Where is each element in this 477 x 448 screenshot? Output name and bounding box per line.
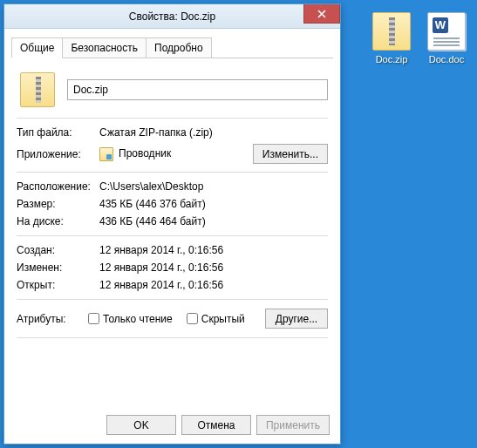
cancel-button[interactable]: Отмена [181,415,251,435]
attributes-label: Атрибуты: [17,313,83,325]
word-doc-icon [427,12,466,51]
modified-label: Изменен: [17,261,99,274]
divider [17,337,328,338]
divider [17,118,328,119]
desktop-icon-doc[interactable]: Doc.doc [421,12,472,64]
properties-dialog: Свойства: Doc.zip Общие Безопасность Под… [3,3,341,445]
tab-security[interactable]: Безопасность [62,37,147,58]
filename-input[interactable] [67,79,328,100]
desktop-icon-label: Doc.zip [366,54,417,64]
divider [17,172,328,173]
change-button[interactable]: Изменить... [253,144,328,164]
size-on-disk-value: 436 КБ (446 464 байт) [99,215,328,227]
file-type-label: Тип файла: [17,126,99,139]
other-attrs-button[interactable]: Другие... [265,309,328,329]
readonly-checkbox[interactable]: Только чтение [88,313,173,325]
tab-details[interactable]: Подробно [146,37,212,58]
file-type-value: Сжатая ZIP-папка (.zip) [99,126,328,139]
zip-folder-icon [372,12,411,51]
modified-value: 12 января 2014 г., 0:16:56 [99,261,328,274]
application-value: Проводник [99,147,253,161]
divider [17,235,328,236]
file-type-icon [20,72,55,107]
accessed-label: Открыт: [17,279,99,291]
hidden-input[interactable] [187,313,198,324]
tab-content: Тип файла: Сжатая ZIP-папка (.zip) Прило… [4,58,340,352]
created-label: Создан: [17,244,99,256]
size-on-disk-label: На диске: [17,215,99,227]
location-label: Расположение: [17,180,99,193]
apply-button[interactable]: Применить [256,415,330,435]
readonly-input[interactable] [88,313,99,324]
tab-strip: Общие Безопасность Подробно [11,37,333,58]
ok-button[interactable]: OK [106,415,176,435]
titlebar[interactable]: Свойства: Doc.zip [4,4,340,29]
divider [17,299,328,300]
desktop-icon-label: Doc.doc [421,54,472,64]
dialog-buttons: OK Отмена Применить [106,415,330,435]
size-value: 435 КБ (446 376 байт) [99,198,328,210]
hidden-checkbox[interactable]: Скрытый [187,313,245,325]
close-icon [317,10,326,18]
size-label: Размер: [17,198,99,210]
explorer-icon [99,147,113,161]
accessed-value: 12 января 2014 г., 0:16:56 [99,279,328,291]
desktop-icon-zip[interactable]: Doc.zip [366,12,417,64]
application-label: Приложение: [17,148,99,160]
location-value: C:\Users\alex\Desktop [99,180,328,193]
tab-general[interactable]: Общие [11,37,63,58]
close-button[interactable] [303,4,340,24]
created-value: 12 января 2014 г., 0:16:56 [99,244,328,256]
window-title: Свойства: Doc.zip [129,10,215,23]
